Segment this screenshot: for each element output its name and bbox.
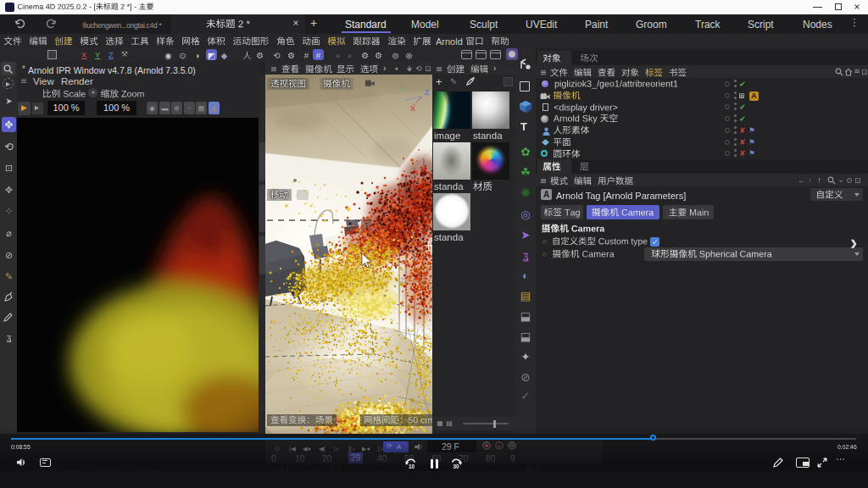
svg-text:10: 10 <box>409 463 415 469</box>
svg-text:30: 30 <box>453 463 460 469</box>
svg-text:Y: Y <box>400 86 404 92</box>
svg-text:X: X <box>410 104 415 113</box>
svg-text:Z: Z <box>425 88 430 97</box>
